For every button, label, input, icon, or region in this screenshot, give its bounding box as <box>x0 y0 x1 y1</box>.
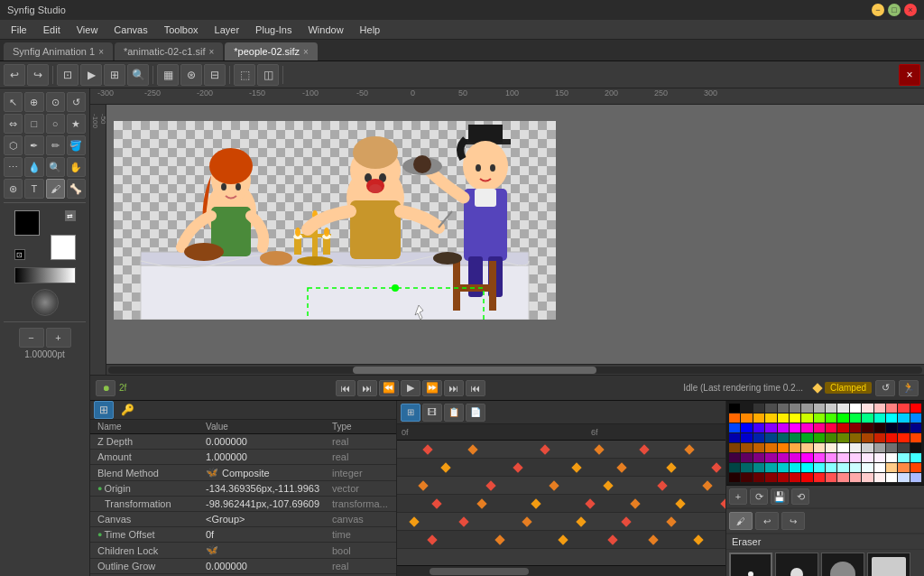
color-cell[interactable] <box>741 473 752 482</box>
color-cell[interactable] <box>826 433 836 442</box>
tool-node[interactable]: ⊛ <box>4 179 23 199</box>
color-cell[interactable] <box>898 463 909 472</box>
color-cell[interactable] <box>814 404 825 413</box>
color-cell[interactable] <box>850 443 861 452</box>
color-cell[interactable] <box>741 463 752 472</box>
color-cell[interactable] <box>729 423 740 432</box>
color-cell[interactable] <box>790 404 800 413</box>
keyframe-6b[interactable] <box>494 534 504 544</box>
brush-preset-1[interactable]: 0.4 <box>729 553 772 576</box>
keyframe-3b[interactable] <box>485 480 495 490</box>
tool-zoom[interactable]: 🔍 <box>46 157 65 177</box>
color-cell[interactable] <box>898 404 909 413</box>
brush-tool-paint[interactable]: 🖌 <box>729 512 753 530</box>
tool-eyedrop[interactable]: 💧 <box>24 157 43 177</box>
keyframe-6e[interactable] <box>648 534 658 544</box>
radial-gradient-swatch[interactable] <box>32 289 59 316</box>
brush-tool-redo[interactable]: ↪ <box>781 512 805 530</box>
color-cell[interactable] <box>837 453 848 462</box>
color-cell[interactable] <box>801 463 812 472</box>
tab-animation1-close[interactable]: × <box>98 47 104 57</box>
color-cell[interactable] <box>837 463 848 472</box>
color-cell[interactable] <box>850 463 861 472</box>
color-cell[interactable] <box>801 404 812 413</box>
pb-to-end[interactable]: ⏮ <box>466 380 485 396</box>
tab-people-close[interactable]: × <box>303 47 309 57</box>
keyframe-3c[interactable] <box>549 480 559 490</box>
keyframe-2e[interactable] <box>666 462 676 472</box>
color-cell[interactable] <box>790 473 800 482</box>
tl-scrollbar-thumb[interactable] <box>430 568 528 575</box>
color-cell[interactable] <box>790 413 800 423</box>
keyframe-4d[interactable] <box>585 498 595 508</box>
color-cell[interactable] <box>753 423 764 432</box>
color-cell[interactable] <box>814 453 825 462</box>
pb-prev-keyframe[interactable]: ⏭ <box>357 380 377 396</box>
increase-size[interactable]: + <box>46 328 71 348</box>
tb-safe-area[interactable]: ⬚ <box>234 64 255 86</box>
keyframe-1e[interactable] <box>639 444 649 454</box>
keyframe-6c[interactable] <box>558 534 568 544</box>
keyframe-1b[interactable] <box>467 444 477 454</box>
color-cell[interactable] <box>837 404 848 413</box>
menu-help[interactable]: Help <box>353 23 388 37</box>
keyframe-1c[interactable] <box>540 444 550 454</box>
tb-preview[interactable]: ▶ <box>80 64 102 86</box>
keyframe-5e[interactable] <box>621 516 631 526</box>
tool-skeleton[interactable]: 🦴 <box>67 179 86 199</box>
keyframes-tab[interactable]: 🔑 <box>117 401 137 419</box>
tool-text[interactable]: T <box>24 179 43 199</box>
color-cell[interactable] <box>898 423 909 432</box>
color-cell[interactable] <box>874 453 885 462</box>
tab-animation1[interactable]: Synfig Animation 1 × <box>4 42 113 60</box>
pb-step-fwd[interactable]: ⏩ <box>422 380 442 396</box>
tool-star[interactable]: ★ <box>67 114 86 134</box>
color-cell[interactable] <box>862 413 873 423</box>
brush-preset-4[interactable] <box>867 553 910 576</box>
color-cell[interactable] <box>862 404 873 413</box>
color-cell[interactable] <box>910 413 921 423</box>
color-cell[interactable] <box>753 404 764 413</box>
color-cell[interactable] <box>753 453 764 462</box>
keyframe-4b[interactable] <box>476 498 486 508</box>
tab-people[interactable]: *people-02.sifz × <box>225 42 318 60</box>
palette-refresh[interactable]: ⟳ <box>750 488 768 505</box>
color-cell[interactable] <box>765 473 776 482</box>
color-cell[interactable] <box>765 433 776 442</box>
color-cell[interactable] <box>753 473 764 482</box>
tool-rotate[interactable]: ↺ <box>67 92 86 112</box>
close-button[interactable]: × <box>904 4 917 16</box>
reset-colors-button[interactable]: ⊡ <box>14 249 25 260</box>
color-cell[interactable] <box>850 404 861 413</box>
color-cell[interactable] <box>814 433 825 442</box>
color-cell[interactable] <box>729 463 740 472</box>
scrollbar-thumb-h[interactable] <box>353 367 597 374</box>
menu-plugins[interactable]: Plug-Ins <box>248 23 299 37</box>
color-cell[interactable] <box>753 413 764 423</box>
color-cell[interactable] <box>874 404 885 413</box>
maximize-button[interactable]: □ <box>888 4 901 16</box>
keyframe-5f[interactable] <box>666 516 676 526</box>
color-cell[interactable] <box>801 423 812 432</box>
color-cell[interactable] <box>741 423 752 432</box>
tool-mirror[interactable]: ⇔ <box>4 114 23 134</box>
color-cell[interactable] <box>910 404 921 413</box>
tool-fill[interactable]: 🪣 <box>67 135 86 155</box>
pb-play[interactable]: ▶ <box>401 380 420 396</box>
keyframe-2a[interactable] <box>440 462 450 472</box>
color-cell[interactable] <box>814 413 825 423</box>
color-cell[interactable] <box>910 453 921 462</box>
color-cell[interactable] <box>874 433 885 442</box>
menu-layer[interactable]: Layer <box>208 23 247 37</box>
color-cell[interactable] <box>801 453 812 462</box>
color-cell[interactable] <box>826 443 836 452</box>
color-cell[interactable] <box>910 463 921 472</box>
keyframe-6d[interactable] <box>607 534 617 544</box>
color-cell[interactable] <box>886 453 897 462</box>
color-cell[interactable] <box>778 433 789 442</box>
color-cell[interactable] <box>850 453 861 462</box>
color-cell[interactable] <box>729 443 740 452</box>
color-cell[interactable] <box>898 473 909 482</box>
color-cell[interactable] <box>874 473 885 482</box>
color-cell[interactable] <box>862 433 873 442</box>
